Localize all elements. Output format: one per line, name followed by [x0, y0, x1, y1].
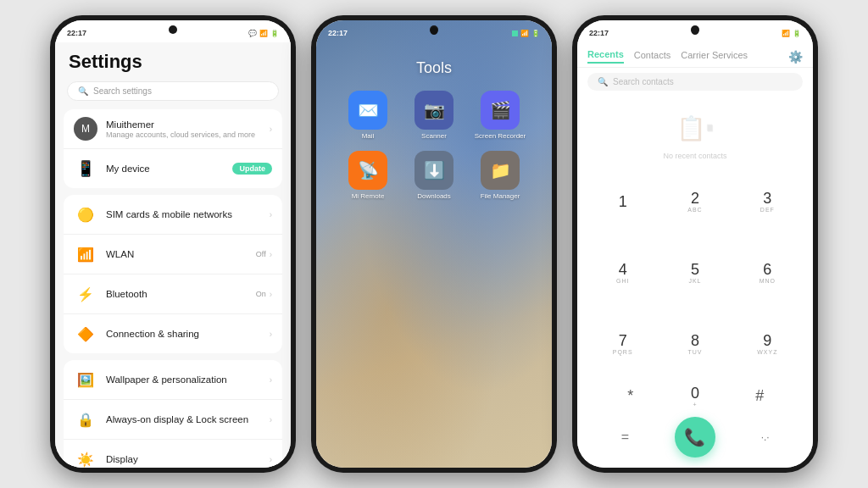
dialpad-grid: 1 2 ABC 3 DEF 4 GHI: [587, 167, 803, 379]
svg-rect-1: [708, 125, 713, 131]
screen-recorder-label: Screen Recorder: [475, 132, 526, 141]
update-badge[interactable]: Update: [232, 163, 272, 175]
app-downloads[interactable]: ⬇️ Downloads: [408, 151, 460, 201]
phone-tools: 22:17 📶 🔋 Tools ✉️ Mail: [311, 15, 557, 473]
app-file-manager[interactable]: 📁 File Manager: [474, 151, 526, 201]
device-text: My device: [106, 164, 224, 174]
mail-icon: ✉️: [348, 91, 387, 130]
key-7[interactable]: 7 PQRS: [587, 309, 658, 379]
display-chevron: ›: [270, 455, 272, 464]
account-card: M Miuithemer Manage accounts, cloud serv…: [64, 109, 282, 188]
green-dot: [512, 30, 518, 36]
file-manager-label: File Manager: [481, 192, 520, 201]
wlan-status: Off: [256, 250, 266, 258]
downloads-label: Downloads: [417, 192, 451, 201]
key-8[interactable]: 8 TUV: [659, 309, 730, 379]
miuithemer-sub: Manage accounts, cloud services, and mor…: [106, 130, 261, 139]
bluetooth-text: Bluetooth: [106, 289, 248, 299]
time-tools: 22:17: [328, 29, 348, 37]
settings-search[interactable]: 🔍 Search settings: [67, 81, 279, 101]
sim-text: SIM cards & mobile networks: [106, 209, 261, 219]
search-contacts-placeholder: Search contacts: [613, 77, 674, 86]
wlan-right: Off ›: [256, 250, 272, 259]
key-zero[interactable]: 0 +: [691, 385, 699, 408]
bluetooth-icon: ⚡: [74, 282, 97, 306]
status-icons-settings: 💬 📶 🔋: [248, 30, 279, 37]
key-3[interactable]: 3 DEF: [732, 167, 803, 236]
wlan-label: WLAN: [106, 249, 248, 259]
sharing-label: Connection & sharing: [106, 329, 261, 339]
search-icon: 🔍: [78, 86, 88, 96]
search-placeholder: Search settings: [93, 86, 152, 96]
sharing-icon: 🔶: [74, 322, 97, 346]
call-button[interactable]: 📞: [675, 417, 715, 458]
no-contacts-text: No recent contacts: [663, 152, 726, 160]
lockscreen-item[interactable]: 🔒 Always-on display & Lock screen ›: [64, 400, 282, 440]
connection-sharing-item[interactable]: 🔶 Connection & sharing ›: [64, 314, 282, 353]
dialpad: 1 2 ABC 3 DEF 4 GHI: [577, 167, 813, 468]
file-manager-icon: 📁: [481, 151, 520, 190]
wallpaper-icon: 🖼️: [74, 368, 97, 391]
mi-remote-icon: 📡: [348, 151, 387, 190]
wallpaper-chevron: ›: [270, 375, 272, 385]
app-mi-remote[interactable]: 📡 Mi Remote: [342, 151, 394, 201]
lockscreen-chevron: ›: [270, 415, 272, 424]
display-item[interactable]: ☀️ Display ›: [64, 440, 282, 468]
wlan-icon: 📶: [74, 242, 97, 266]
dialer-signal: 📶: [782, 30, 790, 37]
sim-item[interactable]: 🟡 SIM cards & mobile networks ›: [64, 195, 282, 235]
tools-signal: 📶: [520, 30, 529, 37]
app-scanner[interactable]: 📷 Scanner: [408, 91, 460, 141]
tab-recents[interactable]: Recents: [587, 49, 624, 64]
key-hash[interactable]: #: [734, 382, 785, 410]
miuithemer-item[interactable]: M Miuithemer Manage accounts, cloud serv…: [64, 109, 282, 149]
no-contacts-area: No recent contacts: [577, 96, 813, 167]
screen-recorder-icon: 🎬: [481, 91, 520, 130]
personalization-card: 🖼️ Wallpaper & personalization › 🔒 Alway…: [64, 360, 282, 468]
sharing-chevron: ›: [270, 330, 272, 339]
key-star[interactable]: *: [605, 382, 656, 410]
app-screen-recorder[interactable]: 🎬 Screen Recorder: [474, 91, 526, 141]
sim-chevron: ›: [270, 210, 272, 219]
bluetooth-label: Bluetooth: [106, 289, 248, 299]
device-icon: 📱: [74, 157, 97, 180]
scanner-icon: 📷: [415, 91, 453, 130]
tab-contacts[interactable]: Contacts: [634, 50, 670, 63]
app-mail[interactable]: ✉️ Mail: [342, 91, 394, 141]
dialer-tabs: Recents Contacts Carrier Services ⚙️: [577, 42, 813, 68]
tools-status-icons: 📶 🔋: [512, 30, 540, 37]
miuithemer-icon: M: [74, 117, 97, 141]
bluetooth-item[interactable]: ⚡ Bluetooth On ›: [64, 274, 282, 314]
chevron-icon: ›: [270, 125, 272, 134]
scanner-label: Scanner: [421, 132, 447, 141]
dialer-status-icons: 📶 🔋: [782, 30, 801, 37]
lockscreen-text: Always-on display & Lock screen: [106, 414, 261, 424]
lockscreen-label: Always-on display & Lock screen: [106, 414, 261, 424]
key-9[interactable]: 9 WXYZ: [732, 309, 803, 379]
settings-title: Settings: [55, 42, 291, 78]
tools-folder: Tools ✉️ Mail 📷 Scanner 🎬 Scr: [316, 42, 552, 208]
key-2[interactable]: 2 ABC: [659, 167, 730, 236]
sim-label: SIM cards & mobile networks: [106, 209, 261, 219]
key-equals[interactable]: =: [599, 424, 650, 450]
battery-icon: 🔋: [270, 30, 279, 37]
key-dot[interactable]: ·.·: [740, 426, 791, 448]
display-label: Display: [106, 454, 261, 464]
key-4[interactable]: 4 GHI: [587, 238, 658, 308]
gear-icon[interactable]: ⚙️: [788, 50, 803, 64]
key-1[interactable]: 1: [587, 167, 658, 236]
mi-remote-label: Mi Remote: [352, 192, 385, 201]
bluetooth-status: On: [256, 290, 266, 298]
wlan-item[interactable]: 📶 WLAN Off ›: [64, 235, 282, 274]
my-device-item[interactable]: 📱 My device Update: [64, 149, 282, 188]
tab-carrier[interactable]: Carrier Services: [681, 50, 748, 63]
wlan-text: WLAN: [106, 249, 248, 259]
phone-dialer: 22:17 📶 🔋 Recents Contacts Carrier Servi…: [572, 15, 818, 473]
device-right: Update: [232, 163, 272, 175]
lock-icon: 🔒: [74, 408, 97, 431]
key-6[interactable]: 6 MNO: [732, 238, 803, 308]
key-5[interactable]: 5 JKL: [659, 238, 730, 308]
contacts-search[interactable]: 🔍 Search contacts: [587, 73, 803, 91]
wallpaper-item[interactable]: 🖼️ Wallpaper & personalization ›: [64, 360, 282, 400]
time-settings: 22:17: [67, 29, 86, 37]
